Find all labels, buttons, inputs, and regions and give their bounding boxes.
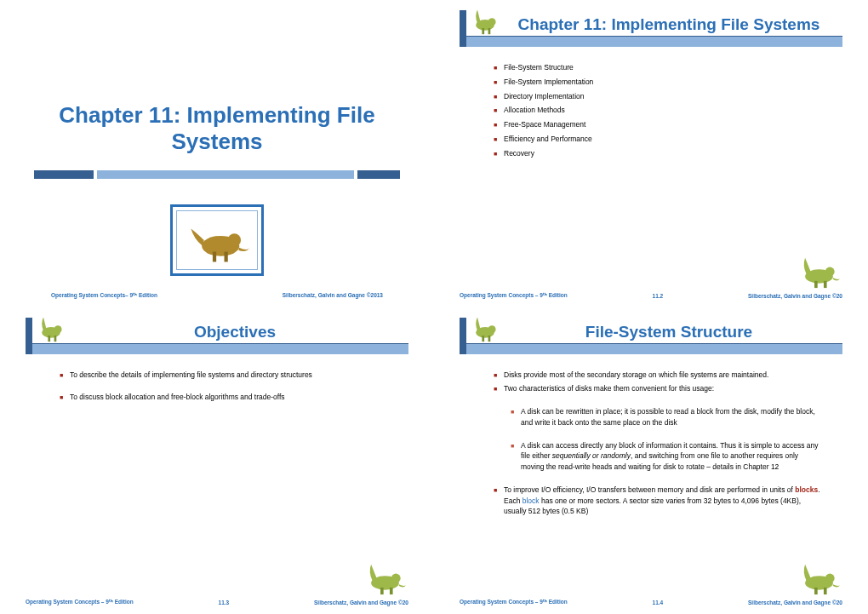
dinosaur-icon xyxy=(36,313,66,343)
svg-rect-2 xyxy=(225,252,228,262)
slide-number: 11.4 xyxy=(653,600,664,605)
slide-footer: Operating System Concepts – 9ᵗʰ Edition … xyxy=(460,292,842,299)
slide-content: File-System Structure File-System Implem… xyxy=(494,62,820,158)
dinosaur-icon xyxy=(470,5,500,36)
slide-1-title: Chapter 11: Implementing File Systems Op… xyxy=(0,0,434,307)
slide-header: File-System Structure xyxy=(460,318,842,354)
svg-point-19 xyxy=(391,574,401,583)
svg-rect-13 xyxy=(48,336,50,341)
slide-header: Objectives xyxy=(26,318,408,354)
slide-number: 11.2 xyxy=(653,293,664,299)
svg-point-11 xyxy=(825,267,835,276)
svg-rect-17 xyxy=(380,588,384,594)
outline-item: Recovery xyxy=(494,148,820,159)
outline-item: File-System Structure xyxy=(494,62,820,73)
svg-rect-10 xyxy=(824,280,827,287)
slide-footer: Operating System Concepts– 9ᵗʰ Edition S… xyxy=(51,292,383,299)
svg-rect-18 xyxy=(390,588,393,594)
svg-point-15 xyxy=(54,325,62,333)
svg-rect-5 xyxy=(482,28,484,34)
title-dino-frame xyxy=(170,204,264,276)
svg-point-23 xyxy=(488,325,496,333)
slide-4-structure: File-System Structure Disks provide most… xyxy=(434,307,868,615)
svg-rect-6 xyxy=(488,28,491,34)
svg-point-7 xyxy=(488,18,496,26)
slide-content: Disks provide most of the secondary stor… xyxy=(494,370,820,518)
dinosaur-icon xyxy=(177,211,257,269)
footer-right: Silberschatz, Galvin and Gagne ©20 xyxy=(314,600,408,605)
footer-left: Operating System Concepts– 9ᵗʰ Edition xyxy=(51,292,157,299)
svg-rect-14 xyxy=(54,336,57,341)
dinosaur-icon xyxy=(796,255,842,289)
slide-footer: Operating System Concepts – 9ᵗʰ Edition … xyxy=(26,599,408,605)
bullet-item: Two characteristics of disks make them c… xyxy=(494,383,820,394)
outline-item: Free-Space Management xyxy=(494,119,820,130)
sub-bullet-item: A disk can be rewritten in place; it is … xyxy=(511,406,820,428)
dinosaur-icon xyxy=(470,313,500,343)
objective-item: To describe the details of implementing … xyxy=(60,370,386,381)
svg-rect-1 xyxy=(213,252,216,262)
title-divider xyxy=(34,170,400,179)
dinosaur-icon xyxy=(796,561,842,595)
footer-right: Silberschatz, Galvin and Gagne ©20 xyxy=(748,600,842,605)
slide-title: Chapter 11: Implementing File Systems xyxy=(34,102,400,155)
svg-rect-9 xyxy=(814,280,818,287)
slide-footer: Operating System Concepts – 9ᵗʰ Edition … xyxy=(460,599,842,605)
bullet-item: To improve I/O efficiency, I/O transfers… xyxy=(494,485,820,517)
outline-item: Efficiency and Performance xyxy=(494,134,820,145)
footer-left: Operating System Concepts – 9ᵗʰ Edition xyxy=(26,599,134,605)
footer-left: Operating System Concepts – 9ᵗʰ Edition xyxy=(460,599,568,605)
svg-rect-25 xyxy=(814,588,818,594)
dinosaur-icon xyxy=(362,561,408,595)
slide-content: To describe the details of implementing … xyxy=(60,370,386,404)
svg-point-27 xyxy=(825,574,835,583)
svg-point-3 xyxy=(228,234,241,247)
sub-bullet-item: A disk can access directly any block of … xyxy=(511,440,820,473)
footer-right: Silberschatz, Galvin and Gagne ©2013 xyxy=(283,292,383,299)
svg-rect-26 xyxy=(824,588,827,594)
outline-item: File-System Implementation xyxy=(494,77,820,88)
slide-number: 11.3 xyxy=(219,600,230,605)
footer-left: Operating System Concepts – 9ᵗʰ Edition xyxy=(460,292,568,299)
svg-rect-21 xyxy=(482,336,484,341)
footer-right: Silberschatz, Galvin and Gagne ©20 xyxy=(748,293,842,299)
slide-header: Chapter 11: Implementing File Systems xyxy=(460,10,842,47)
slide-2-outline: Chapter 11: Implementing File Systems Fi… xyxy=(434,0,868,307)
svg-rect-22 xyxy=(488,336,491,341)
slide-title: Objectives xyxy=(26,318,408,344)
slide-title: Chapter 11: Implementing File Systems xyxy=(460,10,842,37)
bullet-item: Disks provide most of the secondary stor… xyxy=(494,370,820,381)
outline-item: Allocation Methods xyxy=(494,105,820,116)
slide-title: File-System Structure xyxy=(460,318,842,344)
objective-item: To discuss block allocation and free-blo… xyxy=(60,392,386,403)
slide-3-objectives: Objectives To describe the details of im… xyxy=(0,307,434,615)
outline-item: Directory Implementation xyxy=(494,91,820,102)
